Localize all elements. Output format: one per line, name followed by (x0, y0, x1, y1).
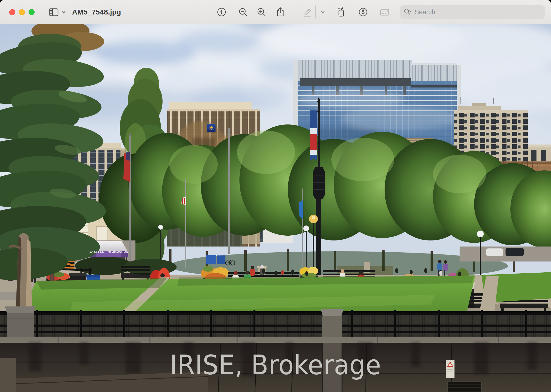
rbc-logo-text: RBC (209, 129, 214, 131)
preview-window: AM5_7548.jpg (0, 0, 551, 392)
search-icon (403, 8, 412, 16)
text-form-icon[interactable] (380, 7, 390, 17)
annotate-pen-icon[interactable] (358, 7, 368, 17)
share-icon[interactable] (275, 7, 286, 17)
photo-canvas: RBC JAZZ FEST INFORMATION IRISE, Brokera… (0, 24, 551, 392)
info-icon[interactable] (216, 7, 227, 17)
sidebar-icon[interactable] (48, 7, 59, 17)
rotate-left-icon[interactable] (336, 7, 346, 17)
close-button[interactable] (9, 9, 15, 15)
rbc-lion-icon (209, 126, 213, 129)
watermark-text: IRISE, Brokerage (170, 349, 381, 380)
window-title: AM5_7548.jpg (72, 0, 121, 24)
rbc-logo: RBC (207, 124, 216, 132)
zoom-in-icon[interactable] (256, 7, 267, 17)
search-input[interactable] (414, 8, 541, 16)
wall-grille (447, 382, 481, 392)
minimize-button[interactable] (19, 9, 25, 15)
warning-sign (446, 360, 454, 378)
zoom-out-icon[interactable] (238, 7, 248, 17)
markup-chevron-icon[interactable] (319, 7, 326, 17)
zoom-window-button[interactable] (29, 9, 35, 15)
photo-scene (0, 24, 551, 392)
search-field (400, 5, 545, 19)
tent-banner-text: JAZZ FEST INFORMATION (90, 249, 127, 255)
toolbar-divider (315, 6, 316, 18)
markup-pencil-icon[interactable] (302, 7, 313, 17)
sidebar-chevron-icon[interactable] (60, 7, 67, 17)
toolbar: AM5_7548.jpg (0, 0, 551, 24)
